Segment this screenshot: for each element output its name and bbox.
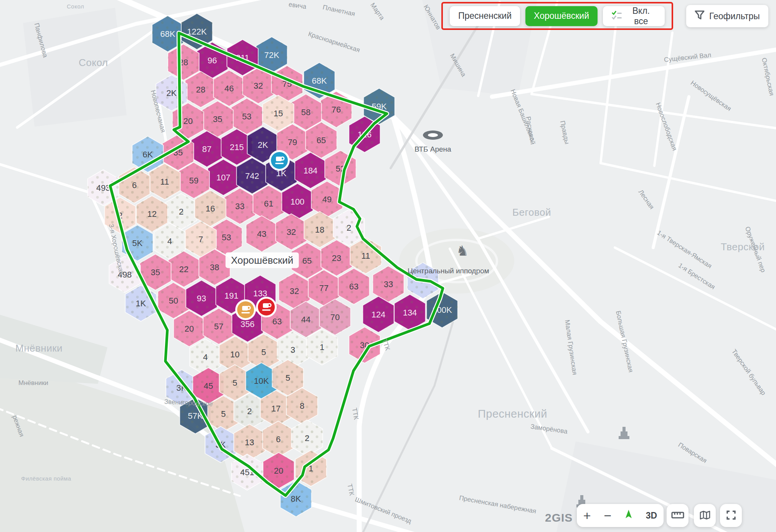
svg-text:184: 184	[304, 166, 318, 175]
svg-text:2: 2	[179, 207, 183, 216]
svg-text:17: 17	[271, 404, 281, 413]
svg-text:59: 59	[189, 176, 198, 185]
checklist-icon	[611, 10, 622, 22]
fullscreen-icon	[726, 510, 736, 521]
svg-text:124: 124	[371, 310, 386, 319]
svg-text:18: 18	[315, 225, 324, 235]
svg-text:7: 7	[198, 235, 203, 244]
svg-text:65: 65	[302, 256, 312, 266]
svg-text:43: 43	[257, 229, 266, 239]
svg-text:35: 35	[151, 268, 160, 277]
district-button-horoshevsky[interactable]: Хорошёвский	[525, 6, 598, 26]
svg-text:32: 32	[290, 286, 299, 296]
svg-text:12: 12	[147, 209, 157, 219]
svg-text:8: 8	[300, 401, 304, 411]
svg-text:2: 2	[347, 223, 351, 233]
svg-text:13: 13	[245, 438, 254, 447]
svg-text:122K: 122K	[187, 27, 207, 36]
district-button-presnensky[interactable]: Пресненский	[450, 6, 520, 26]
fullscreen-button[interactable]	[720, 504, 742, 527]
hex-cell[interactable]: 107	[208, 159, 239, 195]
3d-mode-button[interactable]: 3D	[646, 511, 657, 521]
funnel-icon	[695, 10, 705, 22]
svg-text:28: 28	[196, 85, 205, 94]
hex-cell[interactable]: 100	[282, 183, 313, 220]
svg-text:5: 5	[233, 378, 237, 388]
svg-text:77: 77	[319, 283, 329, 293]
enable-all-button[interactable]: Вкл. все	[603, 6, 665, 26]
map-canvas[interactable]: ♞ 68K122K72K68K59K9621112628284632757658…	[0, 0, 776, 532]
svg-text:10K: 10K	[254, 376, 269, 386]
ruler-button[interactable]	[667, 504, 688, 527]
svg-text:49: 49	[322, 195, 332, 204]
svg-text:79: 79	[288, 137, 297, 147]
svg-text:96: 96	[208, 56, 217, 65]
svg-text:57: 57	[214, 322, 223, 331]
svg-text:87: 87	[202, 144, 211, 154]
svg-text:53: 53	[242, 112, 251, 121]
svg-text:3: 3	[291, 345, 295, 355]
svg-text:70: 70	[330, 312, 340, 322]
svg-text:68K: 68K	[312, 76, 327, 86]
ruler-icon	[671, 511, 684, 520]
hex-cell[interactable]: 32	[276, 214, 307, 250]
svg-text:20: 20	[185, 324, 194, 334]
svg-text:8K: 8K	[291, 494, 301, 504]
svg-text:742: 742	[245, 171, 259, 181]
svg-text:61: 61	[264, 199, 273, 208]
svg-text:11: 11	[160, 177, 169, 187]
svg-text:35: 35	[213, 114, 222, 124]
svg-text:15: 15	[274, 109, 283, 118]
svg-text:5K: 5K	[132, 238, 143, 248]
region-label: Хорошёвский	[226, 253, 299, 268]
svg-text:76: 76	[332, 105, 341, 114]
svg-text:33: 33	[235, 202, 244, 211]
zoom-in-button[interactable]: +	[583, 509, 591, 522]
svg-text:68K: 68K	[160, 29, 175, 39]
hex-cell[interactable]: 13	[234, 424, 265, 460]
geofilters-button[interactable]: Геофильтры	[686, 5, 768, 27]
hex-cell[interactable]: 6	[263, 421, 294, 457]
svg-text:107: 107	[216, 173, 231, 182]
hex-cell[interactable]: 18	[304, 211, 335, 248]
svg-text:493: 493	[96, 183, 111, 193]
svg-text:6K: 6K	[143, 150, 153, 159]
svg-text:2: 2	[305, 433, 309, 443]
svg-text:45: 45	[204, 381, 213, 391]
hex-cell[interactable]: 2	[291, 420, 322, 456]
hex-cell[interactable]: 12	[136, 196, 167, 232]
hex-cell[interactable]: 43	[246, 216, 277, 252]
district-filter-group: Пресненский Хорошёвский Вкл. все	[441, 2, 673, 30]
coffee-cup-marker[interactable]	[256, 297, 277, 317]
svg-text:4: 4	[203, 352, 208, 362]
hex-cell[interactable]: 63	[338, 268, 369, 304]
map-application: ♞ 68K122K72K68K59K9621112628284632757658…	[0, 0, 776, 532]
svg-text:93: 93	[197, 294, 206, 303]
hex-cell[interactable]: 16	[195, 190, 226, 226]
svg-text:2K: 2K	[167, 88, 177, 98]
svg-text:50: 50	[169, 296, 178, 306]
coffee-cup-marker[interactable]	[235, 299, 256, 320]
svg-text:65: 65	[317, 135, 326, 145]
compass-icon[interactable]	[624, 509, 633, 522]
svg-text:20: 20	[183, 116, 193, 126]
svg-text:10: 10	[230, 350, 239, 359]
svg-text:20: 20	[274, 466, 283, 476]
svg-text:72K: 72K	[264, 50, 279, 60]
svg-text:32: 32	[287, 227, 296, 237]
svg-text:2K: 2K	[258, 140, 268, 150]
svg-text:16: 16	[206, 204, 215, 213]
svg-text:134: 134	[403, 308, 417, 317]
svg-text:1: 1	[320, 342, 324, 352]
svg-text:1K: 1K	[136, 299, 146, 308]
zoom-out-button[interactable]: −	[604, 509, 611, 522]
hex-cell[interactable]: 498	[109, 256, 140, 292]
map-icon	[699, 510, 711, 521]
svg-text:191: 191	[225, 291, 239, 301]
svg-text:2: 2	[247, 406, 252, 416]
coffee-cup-marker[interactable]	[269, 150, 290, 171]
layers-map-button[interactable]	[694, 504, 716, 527]
horse-icon: ♞	[456, 243, 469, 259]
svg-text:46: 46	[225, 84, 234, 93]
svg-text:22: 22	[179, 264, 188, 274]
